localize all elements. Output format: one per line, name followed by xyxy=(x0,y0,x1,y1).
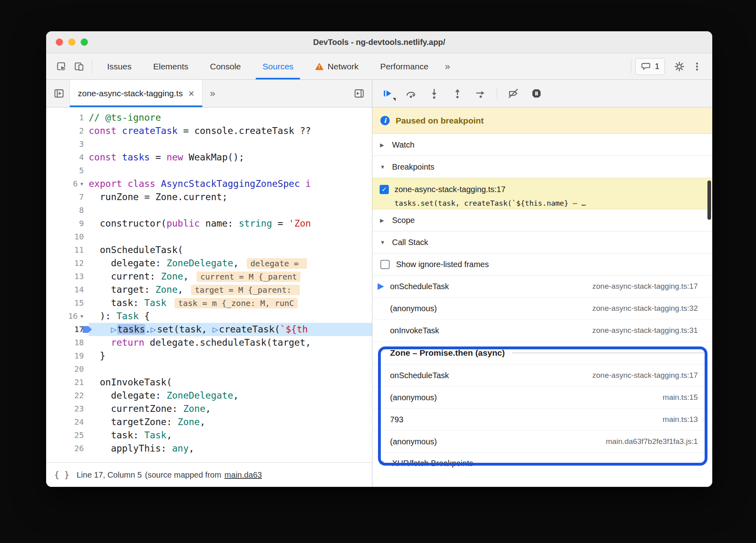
code-line[interactable]: 5 xyxy=(46,164,372,177)
fold-arrow-icon[interactable]: ▾ xyxy=(80,310,84,323)
tab-issues[interactable]: Issues xyxy=(96,53,142,79)
line-number[interactable]: 16▾ xyxy=(46,310,89,323)
call-stack-frame[interactable]: (anonymous)main.da63f7b2fe3f1fa3.js:1 xyxy=(372,431,712,453)
file-tab[interactable]: zone-async-stack-tagging.ts × xyxy=(69,80,203,107)
close-tab-icon[interactable]: × xyxy=(188,89,194,99)
line-number[interactable]: 7 xyxy=(46,190,89,204)
code-editor[interactable]: 1// @ts-ignore2const createTask = consol… xyxy=(46,107,372,462)
code-line[interactable]: 13 current: Zone,current = M {_parent xyxy=(46,270,372,283)
more-file-tabs-chevron-icon[interactable]: » xyxy=(204,88,221,99)
continue-here-marker-icon[interactable]: ▷ xyxy=(111,324,116,334)
section-breakpoints[interactable]: ▼ Breakpoints xyxy=(372,156,712,178)
section-call-stack[interactable]: ▼ Call Stack xyxy=(372,231,712,253)
zoom-window-button[interactable] xyxy=(81,38,88,46)
call-stack-frame[interactable]: onInvokeTaskzone-async-stack-tagging.ts:… xyxy=(372,320,712,342)
code-line[interactable]: 17 ▷tasks.▷set(task, ▷createTask(`${th xyxy=(46,323,372,336)
inspect-element-icon[interactable] xyxy=(53,58,70,75)
line-number[interactable]: 23 xyxy=(46,402,89,415)
tab-console[interactable]: Console xyxy=(199,53,252,79)
code-line[interactable]: 15 task: Tasktask = m {_zone: M, runC xyxy=(46,296,372,310)
code-line[interactable]: 19 } xyxy=(46,349,372,363)
line-number[interactable]: 2 xyxy=(46,124,89,138)
step-over-button[interactable] xyxy=(402,85,420,102)
breakpoint-entry[interactable]: ✓zone-async-stack-tagging.ts:17tasks.set… xyxy=(372,178,712,209)
ignore-listed-checkbox[interactable] xyxy=(380,260,390,269)
minimize-window-button[interactable] xyxy=(68,38,75,46)
code-line[interactable]: 25 task: Task, xyxy=(46,429,372,442)
more-options-menu-icon[interactable] xyxy=(688,58,706,75)
pause-on-exceptions-button[interactable] xyxy=(528,85,545,102)
line-number[interactable]: 9 xyxy=(46,217,89,230)
code-line[interactable]: 9 constructor(public name: string = 'Zon xyxy=(46,217,372,230)
code-line[interactable]: 12 delegate: ZoneDelegate,delegate = xyxy=(46,257,372,270)
show-ignore-listed-frames[interactable]: Show ignore-listed frames xyxy=(372,253,712,276)
tab-performance[interactable]: Performance xyxy=(369,53,439,79)
line-number[interactable]: 5 xyxy=(46,164,89,177)
toggle-debugger-sidebar-icon[interactable] xyxy=(350,85,368,102)
continue-here-marker-icon[interactable]: ▷ xyxy=(213,324,218,334)
code-line[interactable]: 18 return delegate.scheduleTask(target, xyxy=(46,336,372,349)
line-number[interactable]: 8 xyxy=(46,204,89,217)
code-line[interactable]: 2const createTask = console.createTask ?… xyxy=(46,124,372,138)
tab-elements[interactable]: Elements xyxy=(142,53,199,79)
line-number[interactable]: 14 xyxy=(46,283,89,296)
call-stack-frame[interactable]: (anonymous)zone-async-stack-tagging.ts:3… xyxy=(372,298,712,320)
line-number[interactable]: 26 xyxy=(46,442,89,455)
device-toolbar-icon[interactable] xyxy=(70,58,88,75)
source-map-link[interactable]: main.da63 xyxy=(224,470,262,480)
line-number[interactable]: 11 xyxy=(46,243,89,257)
line-number[interactable]: 20 xyxy=(46,363,89,376)
step-out-button[interactable] xyxy=(449,85,466,102)
call-stack-frame[interactable]: onScheduleTaskzone-async-stack-tagging.t… xyxy=(372,365,712,387)
console-messages-button[interactable]: 1 xyxy=(635,58,665,75)
code-line[interactable]: 6▾export class AsyncStackTaggingZoneSpec… xyxy=(46,177,372,190)
code-line[interactable]: 24 targetZone: Zone, xyxy=(46,415,372,429)
line-number[interactable]: 15 xyxy=(46,296,89,310)
step-into-button[interactable] xyxy=(425,85,443,102)
tab-network[interactable]: !Network xyxy=(304,53,369,79)
code-line[interactable]: 14 target: Zone,target = M {_parent: xyxy=(46,283,372,296)
close-window-button[interactable] xyxy=(56,38,63,46)
line-number[interactable]: 4 xyxy=(46,151,89,164)
code-line[interactable]: 16▾ ): Task { xyxy=(46,310,372,323)
pretty-print-icon[interactable]: { } xyxy=(54,470,69,480)
code-line[interactable]: 22 delegate: ZoneDelegate, xyxy=(46,389,372,402)
line-number[interactable]: 24 xyxy=(46,415,89,429)
deactivate-breakpoints-button[interactable] xyxy=(504,85,522,102)
line-number[interactable]: 18 xyxy=(46,336,89,349)
code-line[interactable]: 7 runZone = Zone.current; xyxy=(46,190,372,204)
code-line[interactable]: 1// @ts-ignore xyxy=(46,111,372,124)
code-line[interactable]: 11 onScheduleTask( xyxy=(46,243,372,257)
sidebar-scrollbar-thumb[interactable] xyxy=(707,180,711,220)
line-number[interactable]: 10 xyxy=(46,230,89,243)
line-number[interactable]: 17 xyxy=(46,323,89,336)
line-number[interactable]: 22 xyxy=(46,389,89,402)
line-number[interactable]: 6▾ xyxy=(46,177,89,190)
code-line[interactable]: 4const tasks = new WeakMap(); xyxy=(46,151,372,164)
toggle-navigator-icon[interactable] xyxy=(50,85,68,102)
breakpoint-checkbox[interactable]: ✓ xyxy=(380,185,389,194)
line-number[interactable]: 1 xyxy=(46,111,89,124)
code-line[interactable]: 23 currentZone: Zone, xyxy=(46,402,372,415)
call-stack-frame[interactable]: onScheduleTaskzone-async-stack-tagging.t… xyxy=(372,276,712,298)
code-line[interactable]: 3 xyxy=(46,138,372,151)
code-line[interactable]: 10 xyxy=(46,230,372,243)
line-number[interactable]: 13 xyxy=(46,270,89,283)
code-line[interactable]: 20 xyxy=(46,363,372,376)
settings-gear-icon[interactable] xyxy=(671,58,688,75)
line-number[interactable]: 3 xyxy=(46,138,89,151)
line-number[interactable]: 21 xyxy=(46,376,89,389)
code-line[interactable]: 8 xyxy=(46,204,372,217)
line-number[interactable]: 12 xyxy=(46,257,89,270)
call-stack-frame[interactable]: (anonymous)main.ts:15 xyxy=(372,387,712,409)
code-line[interactable]: 21 onInvokeTask( xyxy=(46,376,372,389)
code-line[interactable]: 26 applyThis: any, xyxy=(46,442,372,455)
line-number[interactable]: 25 xyxy=(46,429,89,442)
tab-sources[interactable]: Sources xyxy=(252,53,304,79)
line-number[interactable]: 19 xyxy=(46,349,89,363)
step-button[interactable] xyxy=(472,85,490,102)
fold-arrow-icon[interactable]: ▾ xyxy=(80,177,84,190)
resume-script-button[interactable] xyxy=(379,85,396,102)
section-watch[interactable]: ▶ Watch xyxy=(372,134,712,156)
continue-here-marker-icon[interactable]: ▷ xyxy=(150,324,156,334)
